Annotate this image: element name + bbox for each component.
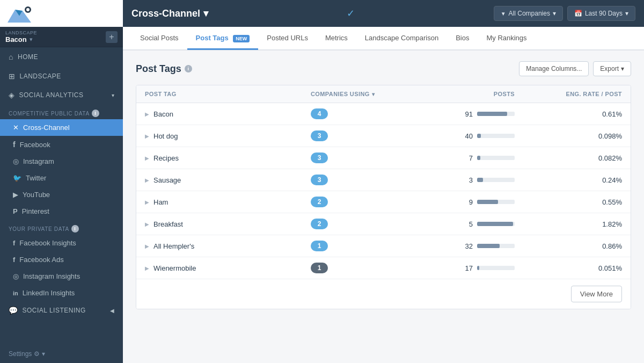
post-tags-new-badge: NEW (233, 35, 250, 42)
tab-bios[interactable]: Bios (447, 27, 478, 50)
date-range-label: Last 90 Days (585, 10, 623, 17)
tabs-bar: Social Posts Post Tags NEW Posted URLs M… (123, 27, 644, 50)
social-analytics-chevron-icon: ▾ (112, 92, 115, 98)
table-body: ▶ Bacon 4 91 0.61% ▶ Hot dog 3 40 0.098% (136, 103, 631, 279)
settings-link[interactable]: Settings ⚙ ▾ (0, 345, 123, 363)
sidebar-item-instagram-insights[interactable]: ◎ Instagram Insights (0, 268, 123, 285)
sidebar-item-youtube[interactable]: ▶ YouTube (0, 186, 123, 203)
col-eng-header: Eng. Rate / Post (515, 91, 622, 97)
sidebar-item-facebook[interactable]: f Facebook (0, 136, 123, 153)
topbar-chevron-icon: ▾ (203, 8, 208, 19)
page-title: Post Tags (136, 63, 181, 75)
fb-ads-icon: f (13, 256, 15, 264)
posts-cell-6: 32 (429, 242, 515, 250)
eng-cell-3: 0.24% (515, 176, 622, 184)
export-chevron-icon: ▾ (621, 65, 624, 72)
expand-icon-5[interactable]: ▶ (145, 221, 149, 227)
social-analytics-label: SOCIAL ANALYTICS (19, 91, 84, 99)
posts-bar-2 (477, 156, 515, 160)
export-button[interactable]: Export ▾ (593, 61, 631, 76)
tag-name-2: Recipes (153, 154, 179, 162)
table-row: ▶ Wienermobile 1 17 0.051% (136, 257, 631, 279)
tag-cell-2: ▶ Recipes (145, 154, 311, 162)
companies-cell-0: 4 (311, 108, 429, 119)
competitive-info-icon: i (92, 110, 99, 117)
sidebar-item-landscape[interactable]: ⊞ LANDSCAPE (0, 67, 123, 86)
tab-post-tags[interactable]: Post Tags NEW (187, 27, 259, 50)
sidebar-item-facebook-ads[interactable]: f Facebook Ads (0, 251, 123, 268)
posts-bar-7 (477, 266, 515, 270)
posts-num-1: 40 (460, 132, 473, 140)
landscape-selector[interactable]: LANDSCAPE Bacon ▾ + (0, 27, 123, 47)
expand-icon-3[interactable]: ▶ (145, 177, 149, 183)
col-companies-header[interactable]: Companies Using ▾ (311, 91, 429, 97)
tab-social-posts[interactable]: Social Posts (131, 27, 187, 50)
view-more-button[interactable]: View More (571, 286, 622, 302)
filter-icon: ▼ (501, 11, 506, 17)
expand-icon-6[interactable]: ▶ (145, 243, 149, 249)
posts-num-6: 32 (460, 242, 473, 250)
twitter-icon: 🐦 (13, 174, 21, 182)
topbar-title-text: Cross-Channel (131, 8, 200, 19)
tag-cell-7: ▶ Wienermobile (145, 264, 311, 272)
posts-bar-1 (477, 134, 515, 138)
companies-badge-7: 1 (311, 263, 328, 273)
sidebar-item-twitter[interactable]: 🐦 Twitter (0, 170, 123, 186)
sidebar-item-pinterest-label: Pinterest (22, 207, 49, 215)
sidebar-item-linkedin-insights[interactable]: in LinkedIn Insights (0, 285, 123, 301)
tab-metrics[interactable]: Metrics (317, 27, 356, 50)
sidebar-item-cross-channel-label: Cross-Channel (23, 124, 70, 132)
landscape-chevron-icon: ▾ (30, 36, 33, 43)
tag-name-1: Hot dog (153, 132, 178, 140)
companies-badge-0: 4 (311, 108, 328, 119)
companies-badge-4: 2 (311, 197, 328, 207)
tag-name-4: Ham (153, 198, 168, 206)
table-row: ▶ Bacon 4 91 0.61% (136, 103, 631, 125)
expand-icon-4[interactable]: ▶ (145, 199, 149, 205)
sidebar-item-instagram[interactable]: ◎ Instagram (0, 153, 123, 170)
tag-name-0: Bacon (153, 110, 173, 118)
companies-cell-2: 3 (311, 153, 429, 163)
sidebar-item-twitter-label: Twitter (26, 174, 46, 182)
calendar-icon: 📅 (574, 10, 582, 17)
posts-bar-4 (477, 200, 515, 204)
page-title-row: Post Tags i (136, 63, 192, 75)
posts-cell-7: 17 (429, 264, 515, 272)
sidebar-item-cross-channel[interactable]: ✕ Cross-Channel (0, 119, 123, 136)
sidebar-item-social-analytics[interactable]: ◈ SOCIAL ANALYTICS ▾ (0, 86, 123, 104)
sidebar-item-home[interactable]: ⌂ HOME (0, 47, 123, 67)
table-row: ▶ Recipes 3 7 0.082% (136, 147, 631, 169)
sidebar-item-social-listening[interactable]: 💬 SOCIAL LISTENING ◀ (0, 301, 123, 320)
main-content: Cross-Channel ▾ ✓ ▼ All Companies ▾ 📅 La… (123, 0, 644, 363)
sidebar-item-pinterest[interactable]: P Pinterest (0, 203, 123, 220)
tab-my-rankings[interactable]: My Rankings (478, 27, 535, 50)
expand-icon-1[interactable]: ▶ (145, 133, 149, 139)
all-companies-button[interactable]: ▼ All Companies ▾ (494, 6, 563, 21)
sidebar-item-instagram-insights-label: Instagram Insights (23, 272, 80, 280)
topbar-check-icon: ✓ (347, 8, 355, 19)
eng-cell-2: 0.082% (515, 154, 622, 162)
sidebar-item-facebook-insights[interactable]: f Facebook Insights (0, 235, 123, 251)
expand-icon-7[interactable]: ▶ (145, 265, 149, 271)
sidebar-item-facebook-insights-label: Facebook Insights (19, 239, 76, 247)
settings-label: Settings (9, 350, 32, 358)
posts-num-2: 7 (460, 154, 473, 162)
tag-name-5: Breakfast (153, 220, 183, 228)
expand-icon-0[interactable]: ▶ (145, 111, 149, 117)
posts-num-7: 17 (460, 264, 473, 272)
tag-cell-6: ▶ All Hempler's (145, 242, 311, 250)
companies-badge-5: 2 (311, 219, 328, 229)
youtube-icon: ▶ (13, 191, 18, 199)
date-range-button[interactable]: 📅 Last 90 Days ▾ (567, 6, 635, 21)
tag-cell-3: ▶ Sausage (145, 176, 311, 184)
tab-landscape-comparison[interactable]: Landscape Comparison (356, 27, 447, 50)
tab-posted-urls[interactable]: Posted URLs (258, 27, 317, 50)
manage-columns-button[interactable]: Manage Columns... (519, 61, 589, 76)
social-analytics-icon: ◈ (9, 91, 15, 99)
expand-icon-2[interactable]: ▶ (145, 155, 149, 161)
posts-cell-0: 91 (429, 110, 515, 118)
content-actions: Manage Columns... Export ▾ (519, 61, 631, 76)
table-header: Post Tag Companies Using ▾ Posts Eng. Ra… (136, 85, 631, 103)
add-landscape-button[interactable]: + (106, 31, 118, 43)
posts-cell-2: 7 (429, 154, 515, 162)
